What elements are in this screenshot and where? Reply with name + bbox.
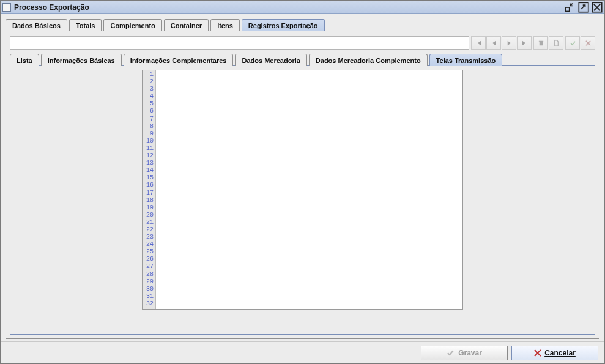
subtab-lista[interactable]: Lista (10, 54, 39, 66)
maximize-icon[interactable] (578, 2, 589, 12)
reject-button[interactable] (581, 36, 595, 50)
left-spacer (14, 70, 142, 330)
code-editor: 1234567891011121314151617181920212223242… (142, 70, 463, 310)
cancel-button[interactable]: Cancelar (511, 346, 598, 360)
confirm-button[interactable] (565, 36, 580, 50)
subtab-dados-mercadoria-complemento[interactable]: Dados Mercadoria Complemento (309, 54, 428, 66)
line-number-gutter: 1234567891011121314151617181920212223242… (143, 70, 156, 309)
tab-container[interactable]: Container (164, 19, 209, 31)
window-controls (565, 2, 603, 12)
tab-itens[interactable]: Itens (210, 19, 240, 31)
title-bar: Processo Exportação (1, 1, 604, 14)
tab-registros-exportacao[interactable]: Registros Exportação (242, 19, 325, 31)
window-title: Processo Exportação (14, 3, 565, 12)
tab-dados-basicos[interactable]: Dados Básicos (6, 19, 67, 31)
delete-button[interactable] (533, 36, 548, 50)
svg-rect-0 (565, 7, 569, 11)
edit-button-group (533, 36, 563, 50)
main-tab-row: Dados Básicos Totais Complemento Contain… (6, 19, 599, 31)
editor-textarea[interactable] (156, 70, 462, 309)
minimize-icon[interactable] (565, 2, 576, 12)
app-window: Processo Exportação Dados Básicos Totais… (0, 0, 605, 364)
footer-bar: Gravar Cancelar (1, 341, 604, 363)
first-record-button[interactable] (471, 36, 486, 50)
main-panel: Lista Informações Básicas Informações Co… (6, 31, 599, 339)
x-icon (534, 349, 541, 357)
new-button[interactable] (549, 36, 563, 50)
last-record-button[interactable] (517, 36, 532, 50)
tab-complemento[interactable]: Complemento (103, 19, 161, 31)
content-area: Dados Básicos Totais Complemento Contain… (1, 14, 604, 341)
close-icon[interactable] (592, 2, 603, 12)
search-input[interactable] (10, 36, 469, 50)
toolbar (10, 35, 595, 51)
save-button[interactable]: Gravar (421, 346, 508, 360)
sub-panel: 1234567891011121314151617181920212223242… (10, 65, 595, 335)
subtab-informacoes-complementares[interactable]: Informações Complementares (124, 54, 234, 66)
confirm-button-group (565, 36, 595, 50)
svg-rect-1 (579, 2, 588, 12)
save-button-label: Gravar (458, 349, 482, 357)
subtab-telas-transmissao[interactable]: Telas Transmissão (429, 54, 503, 66)
next-record-button[interactable] (502, 36, 516, 50)
window-icon (2, 3, 11, 12)
tab-totais[interactable]: Totais (69, 19, 102, 31)
subtab-informacoes-basicas[interactable]: Informações Básicas (41, 54, 122, 66)
subtab-dados-mercadoria[interactable]: Dados Mercadoria (235, 54, 306, 66)
prev-record-button[interactable] (486, 36, 501, 50)
cancel-button-label: Cancelar (544, 349, 576, 357)
sub-tab-row: Lista Informações Básicas Informações Co… (10, 54, 595, 66)
check-icon (447, 349, 455, 357)
nav-button-group (471, 36, 532, 50)
